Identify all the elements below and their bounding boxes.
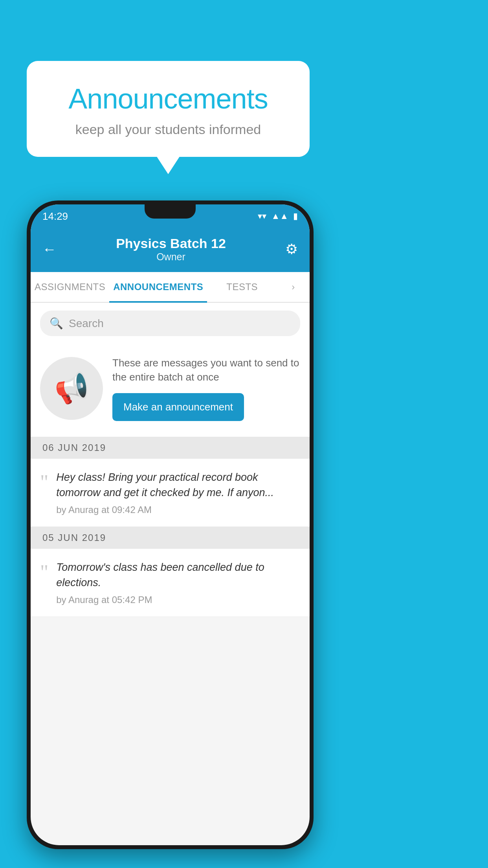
- megaphone-icon: 📢: [52, 370, 91, 407]
- signal-icon: ▲▲: [271, 211, 288, 221]
- bubble-title: Announcements: [50, 83, 286, 115]
- quote-icon-2: ": [40, 562, 48, 583]
- header-title-group: Physics Batch 12 Owner: [116, 236, 226, 263]
- batch-title: Physics Batch 12: [116, 236, 226, 251]
- battery-icon: ▮: [293, 211, 298, 221]
- search-placeholder: Search: [69, 317, 104, 330]
- announcement-text-1: Hey class! Bring your practical record b…: [56, 470, 300, 500]
- bubble-subtitle: keep all your students informed: [50, 122, 286, 137]
- back-button[interactable]: ←: [42, 241, 57, 257]
- announcement-meta-1: by Anurag at 09:42 AM: [56, 504, 300, 515]
- search-input-wrapper[interactable]: 🔍 Search: [40, 311, 300, 336]
- promo-icon-circle: 📢: [40, 357, 103, 420]
- announcement-text-2: Tomorrow's class has been cancelled due …: [56, 560, 300, 590]
- date-divider-2: 05 JUN 2019: [31, 527, 310, 549]
- tab-announcements[interactable]: ANNOUNCEMENTS: [109, 272, 207, 302]
- announcement-item-2[interactable]: " Tomorrow's class has been cancelled du…: [31, 549, 310, 617]
- status-bar: 14:29 ▾▾ ▲▲ ▮: [31, 204, 310, 228]
- more-icon: ›: [292, 281, 295, 292]
- phone-frame: 14:29 ▾▾ ▲▲ ▮ ← Physics Batch 12 Owner ⚙…: [27, 200, 314, 849]
- date-divider-1: 06 JUN 2019: [31, 437, 310, 459]
- status-icons: ▾▾ ▲▲ ▮: [258, 211, 298, 221]
- app-header: ← Physics Batch 12 Owner ⚙: [31, 228, 310, 272]
- tab-tests[interactable]: TESTS: [207, 272, 277, 302]
- settings-icon[interactable]: ⚙: [285, 241, 298, 257]
- promo-text-group: These are messages you want to send to t…: [112, 356, 300, 421]
- search-bar: 🔍 Search: [31, 303, 310, 344]
- search-icon: 🔍: [50, 317, 63, 330]
- announcement-content-1: Hey class! Bring your practical record b…: [56, 470, 300, 515]
- speech-bubble-container: Announcements keep all your students inf…: [27, 61, 310, 157]
- speech-bubble: Announcements keep all your students inf…: [27, 61, 310, 157]
- wifi-icon: ▾▾: [258, 211, 266, 221]
- status-time: 14:29: [42, 210, 68, 223]
- promo-section: 📢 These are messages you want to send to…: [31, 344, 310, 437]
- announcement-item-1[interactable]: " Hey class! Bring your practical record…: [31, 459, 310, 527]
- tabs-bar: ASSIGNMENTS ANNOUNCEMENTS TESTS ›: [31, 272, 310, 303]
- batch-role: Owner: [116, 251, 226, 263]
- make-announcement-button[interactable]: Make an announcement: [112, 393, 244, 421]
- announcement-content-2: Tomorrow's class has been cancelled due …: [56, 560, 300, 605]
- tab-assignments[interactable]: ASSIGNMENTS: [31, 272, 109, 302]
- notch: [145, 204, 196, 219]
- promo-description: These are messages you want to send to t…: [112, 356, 300, 384]
- phone-inner: 14:29 ▾▾ ▲▲ ▮ ← Physics Batch 12 Owner ⚙…: [31, 204, 310, 845]
- tab-more[interactable]: ›: [277, 272, 310, 302]
- quote-icon-1: ": [40, 472, 48, 493]
- announcement-meta-2: by Anurag at 05:42 PM: [56, 594, 300, 605]
